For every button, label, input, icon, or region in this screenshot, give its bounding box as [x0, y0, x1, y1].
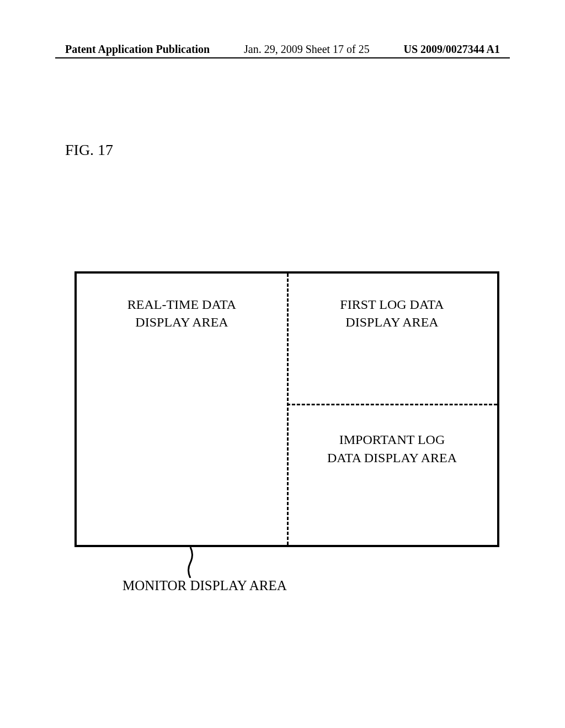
- date-sheet-info: Jan. 29, 2009 Sheet 17 of 25: [244, 43, 370, 56]
- header-divider: [55, 57, 510, 58]
- header-row: Patent Application Publication Jan. 29, …: [0, 43, 565, 56]
- monitor-display-diagram: REAL-TIME DATA DISPLAY AREA FIRST LOG DA…: [74, 271, 499, 547]
- publication-type: Patent Application Publication: [65, 43, 210, 56]
- patent-page: Patent Application Publication Jan. 29, …: [0, 0, 565, 728]
- important-line2: DATA DISPLAY AREA: [287, 449, 497, 467]
- publication-number: US 2009/0027344 A1: [404, 43, 500, 56]
- realtime-line1: REAL-TIME DATA: [77, 296, 287, 313]
- realtime-data-area: REAL-TIME DATA DISPLAY AREA: [77, 296, 287, 331]
- first-log-area: FIRST LOG DATA DISPLAY AREA: [287, 296, 497, 331]
- horizontal-divider: [287, 404, 497, 405]
- callout-brace-icon: [182, 547, 199, 578]
- important-log-area: IMPORTANT LOG DATA DISPLAY AREA: [287, 431, 497, 467]
- page-header: Patent Application Publication Jan. 29, …: [0, 43, 565, 56]
- realtime-line2: DISPLAY AREA: [77, 313, 287, 331]
- firstlog-line1: FIRST LOG DATA: [287, 296, 497, 313]
- firstlog-line2: DISPLAY AREA: [287, 313, 497, 331]
- monitor-display-label: MONITOR DISPLAY AREA: [122, 578, 287, 593]
- important-line1: IMPORTANT LOG: [287, 431, 497, 448]
- figure-label: FIG. 17: [65, 141, 113, 159]
